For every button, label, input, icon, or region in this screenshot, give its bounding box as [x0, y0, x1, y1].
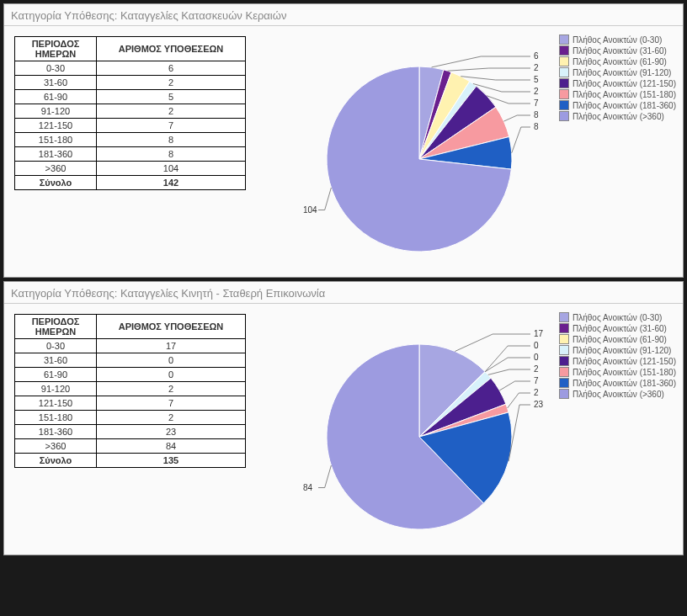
- table-row-total: Σύνολο135: [15, 454, 246, 468]
- cell-count: 2: [97, 411, 246, 425]
- panel-title: Κατηγορία Υπόθεσης: Καταγγελίες Κινητή -…: [4, 282, 683, 304]
- legend-label: Πλήθος Ανοικτών (31-60): [572, 46, 667, 56]
- legend-swatch: [559, 312, 569, 322]
- legend-item: Πλήθος Ανοικτών (91-120): [559, 345, 676, 355]
- cell-period: >360: [15, 162, 97, 176]
- slice-value-label: 2: [534, 388, 539, 397]
- cell-period: 61-90: [15, 368, 97, 382]
- panel-content: ΠΕΡΙΟΔΟΣ ΗΜΕΡΩΝΑΡΙΘΜΟΣ ΥΠΟΘΕΣΕΩΝ0-30631-…: [4, 26, 683, 268]
- cell-count: 5: [97, 90, 246, 104]
- cell-count: 8: [97, 147, 246, 162]
- slice-value-label: 7: [534, 376, 539, 385]
- panel-title: Κατηγορία Υπόθεσης: Καταγγελίες Κατασκευ…: [4, 4, 683, 26]
- legend-label: Πλήθος Ανοικτών (121-150): [572, 79, 676, 88]
- slice-value-label: 7: [534, 98, 539, 108]
- col-period: ΠΕΡΙΟΔΟΣ ΗΜΕΡΩΝ: [15, 37, 97, 61]
- cell-period: 91-120: [15, 104, 97, 119]
- cell-count: 17: [97, 339, 246, 353]
- legend-swatch: [559, 323, 569, 333]
- leader-line: [488, 369, 530, 374]
- cell-count: 84: [97, 439, 246, 454]
- cell-period: 0-30: [15, 61, 97, 76]
- cell-period: 61-90: [15, 90, 97, 104]
- table-row: 121-1507: [15, 119, 246, 133]
- cell-count: 7: [97, 396, 246, 411]
- cell-period: >360: [15, 439, 97, 454]
- panel-content: ΠΕΡΙΟΔΟΣ ΗΜΕΡΩΝΑΡΙΘΜΟΣ ΥΠΟΘΕΣΕΩΝ0-301731…: [4, 304, 683, 546]
- table-row: >360104: [15, 162, 246, 176]
- legend-label: Πλήθος Ανοικτών (91-120): [572, 68, 671, 77]
- leader-line: [455, 334, 530, 351]
- legend-item: Πλήθος Ανοικτών (0-30): [559, 312, 676, 322]
- cell-count: 2: [97, 104, 246, 119]
- col-period: ΠΕΡΙΟΔΟΣ ΗΜΕΡΩΝ: [15, 315, 97, 339]
- legend-item: Πλήθος Ανοικτών (121-150): [559, 78, 676, 88]
- cell-total-value: 135: [97, 454, 246, 468]
- cell-period: 31-60: [15, 76, 97, 90]
- table-row: 181-3608: [15, 147, 246, 162]
- legend-label: Πλήθος Ανοικτών (0-30): [572, 35, 662, 45]
- cell-count: 6: [97, 61, 246, 76]
- table-row: 151-1802: [15, 411, 246, 425]
- page: { "columns":{"period":"ΠΕΡΙΟΔΟΣ ΗΜΕΡΩΝ",…: [0, 3, 687, 555]
- col-count: ΑΡΙΘΜΟΣ ΥΠΟΘΕΣΕΩΝ: [97, 37, 246, 61]
- legend-swatch: [559, 345, 569, 355]
- legend-item: Πλήθος Ανοικτών (31-60): [559, 323, 676, 333]
- slice-value-label: 2: [534, 364, 539, 374]
- legend-label: Πλήθος Ανοικτών (181-360): [572, 101, 676, 110]
- leader-line: [512, 127, 530, 153]
- legend-label: Πλήθος Ανοικτών (0-30): [572, 313, 662, 322]
- legend-label: Πλήθος Ανοικτών (121-150): [572, 357, 676, 366]
- slice-value-label: 8: [534, 110, 539, 119]
- legend-swatch: [559, 389, 569, 399]
- legend-item: Πλήθος Ανοικτών (151-180): [559, 367, 676, 377]
- cell-period: 31-60: [15, 353, 97, 368]
- leader-line: [499, 381, 530, 390]
- cell-period: 151-180: [15, 411, 97, 425]
- cell-count: 0: [97, 353, 246, 368]
- table-row: 91-1202: [15, 104, 246, 119]
- legend-label: Πλήθος Ανοικτών (31-60): [572, 324, 667, 333]
- leader-line: [432, 56, 530, 67]
- leader-line: [448, 68, 530, 71]
- cell-period: 121-150: [15, 396, 97, 411]
- cell-period: 181-360: [15, 425, 97, 439]
- report-panel: Κατηγορία Υπόθεσης: Καταγγελίες Κατασκευ…: [3, 3, 684, 278]
- table-row: 31-602: [15, 76, 246, 90]
- legend-swatch: [559, 100, 569, 110]
- table-row: 31-600: [15, 353, 246, 368]
- col-count: ΑΡΙΘΜΟΣ ΥΠΟΘΕΣΕΩΝ: [97, 315, 246, 339]
- slice-value-label: 8: [534, 122, 539, 131]
- legend-item: Πλήθος Ανοικτών (181-360): [559, 100, 676, 110]
- cell-count: 8: [97, 133, 246, 147]
- legend-item: Πλήθος Ανοικτών (181-360): [559, 378, 676, 388]
- legend-item: Πλήθος Ανοικτών (91-120): [559, 67, 676, 77]
- legend-label: Πλήθος Ανοικτών (151-180): [572, 368, 676, 377]
- leader-line: [503, 115, 530, 121]
- report-panel: Κατηγορία Υπόθεσης: Καταγγελίες Κινητή -…: [3, 281, 684, 555]
- legend-item: Πλήθος Ανοικτών (121-150): [559, 356, 676, 366]
- data-table: ΠΕΡΙΟΔΟΣ ΗΜΕΡΩΝΑΡΙΘΜΟΣ ΥΠΟΘΕΣΕΩΝ0-30631-…: [14, 36, 246, 190]
- legend-label: Πλήθος Ανοικτών (>360): [572, 390, 664, 399]
- cell-count: 0: [97, 368, 246, 382]
- table-row: 121-1507: [15, 396, 246, 411]
- slice-value-label: 6: [534, 51, 539, 61]
- legend: Πλήθος Ανοικτών (0-30)Πλήθος Ανοικτών (3…: [559, 312, 676, 400]
- slice-value-label: 17: [534, 329, 544, 338]
- legend-swatch: [559, 78, 569, 88]
- slice-value-label: 23: [534, 400, 544, 409]
- slice-value-label: 0: [534, 353, 539, 362]
- cell-count: 2: [97, 76, 246, 90]
- legend-label: Πλήθος Ανοικτών (151-180): [572, 90, 676, 99]
- table-row: 0-306: [15, 61, 246, 76]
- table-row: 151-1808: [15, 133, 246, 147]
- slice-value-label: 84: [303, 483, 313, 492]
- cell-period: 151-180: [15, 133, 97, 147]
- legend-label: Πλήθος Ανοικτών (61-90): [572, 57, 667, 66]
- legend-label: Πλήθος Ανοικτών (91-120): [572, 346, 671, 355]
- legend-item: Πλήθος Ανοικτών (0-30): [559, 35, 676, 45]
- legend-label: Πλήθος Ανοικτών (>360): [572, 112, 664, 121]
- leader-line: [318, 465, 331, 488]
- legend-item: Πλήθος Ανοικτών (31-60): [559, 45, 676, 56]
- legend-swatch: [559, 367, 569, 377]
